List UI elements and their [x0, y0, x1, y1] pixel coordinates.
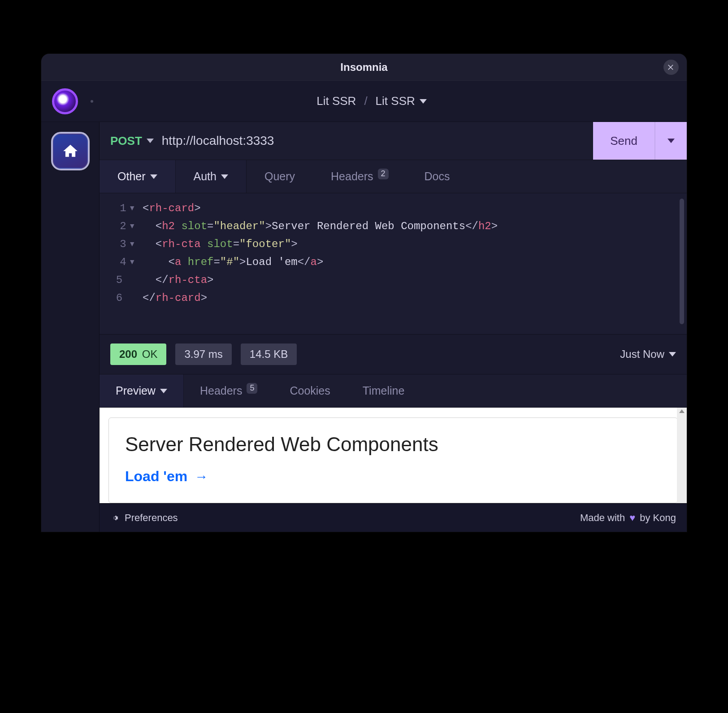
made-with-post: by Kong [640, 512, 676, 524]
close-icon [667, 63, 675, 71]
preview-cta-link[interactable]: Load 'em → [125, 468, 208, 485]
chevron-down-icon [221, 174, 228, 179]
home-icon [62, 143, 79, 160]
app-window: Insomnia Lit SSR / Lit SSR [41, 54, 687, 532]
breadcrumb-collection-label: Lit SSR [376, 94, 415, 108]
scroll-up-icon [679, 409, 685, 413]
tab-query[interactable]: Query [247, 160, 313, 193]
tab-response-headers-label: Headers [200, 384, 243, 397]
tab-query-label: Query [264, 170, 295, 183]
status-text: OK [142, 348, 158, 360]
breadcrumb-row: Lit SSR / Lit SSR [41, 81, 687, 122]
preview-cta-label: Load 'em [125, 468, 187, 485]
left-rail [41, 122, 100, 532]
chevron-down-icon [420, 99, 427, 104]
status-code: 200 [119, 348, 137, 360]
send-button-group: Send [593, 122, 687, 160]
breadcrumb-separator: / [364, 94, 367, 108]
url-input[interactable]: http://localhost:3333 [162, 134, 274, 148]
response-preview: Server Rendered Web Components Load 'em … [100, 408, 687, 503]
tab-auth[interactable]: Auth [176, 160, 247, 193]
heart-icon: ♥ [629, 512, 635, 524]
tab-response-headers[interactable]: Headers 5 [184, 374, 274, 407]
request-body-editor[interactable]: 1▾2▾3▾4▾5 6 <rh-card> <h2 slot="header">… [100, 193, 687, 334]
tab-body-label: Other [117, 170, 146, 183]
request-url-row: POST http://localhost:3333 Send [100, 122, 687, 160]
workspace-indicator-icon [91, 100, 93, 103]
arrow-right-icon: → [195, 469, 208, 484]
made-with-pre: Made with [580, 512, 625, 524]
preview-heading: Server Rendered Web Components [125, 433, 661, 456]
close-button[interactable] [663, 60, 679, 75]
tab-cookies-label: Cookies [290, 384, 330, 397]
response-time: 3.97 ms [175, 343, 231, 365]
breadcrumb: Lit SSR / Lit SSR [106, 94, 637, 108]
preview-card: Server Rendered Web Components Load 'em … [108, 417, 678, 503]
preferences-label: Preferences [125, 512, 178, 524]
response-tabs: Preview Headers 5 Cookies Timeline [100, 374, 687, 408]
made-with-label: Made with ♥ by Kong [580, 512, 676, 524]
home-button[interactable] [53, 134, 88, 169]
tab-headers[interactable]: Headers 2 [313, 160, 407, 193]
chevron-down-icon [160, 389, 167, 393]
response-history-dropdown[interactable]: Just Now [620, 348, 676, 361]
headers-count-badge: 2 [378, 169, 389, 179]
tab-auth-label: Auth [194, 170, 217, 183]
app-logo-icon [52, 88, 78, 114]
http-method-dropdown[interactable]: POST [110, 134, 154, 148]
preview-scrollbar[interactable] [677, 408, 687, 503]
tab-body[interactable]: Other [100, 160, 176, 193]
send-button[interactable]: Send [593, 122, 655, 160]
send-options-dropdown[interactable] [655, 122, 687, 160]
tab-docs[interactable]: Docs [407, 160, 468, 193]
response-status-row: 200 OK 3.97 ms 14.5 KB Just Now [100, 334, 687, 374]
preferences-button[interactable]: Preferences [110, 512, 178, 524]
window-title: Insomnia [340, 61, 387, 74]
breadcrumb-workspace[interactable]: Lit SSR [316, 94, 356, 108]
tab-headers-label: Headers [331, 170, 373, 183]
response-headers-count-badge: 5 [247, 383, 257, 394]
tab-timeline[interactable]: Timeline [347, 374, 421, 407]
editor-code[interactable]: <rh-card> <h2 slot="header">Server Rende… [140, 200, 687, 307]
response-history-label: Just Now [620, 348, 664, 361]
tab-docs-label: Docs [425, 170, 450, 183]
status-bar: Preferences Made with ♥ by Kong [100, 503, 687, 532]
chevron-down-icon [667, 139, 675, 143]
chevron-down-icon [147, 139, 154, 143]
titlebar: Insomnia [41, 54, 687, 81]
send-button-label: Send [610, 134, 637, 148]
gear-icon [110, 513, 119, 522]
tab-preview-label: Preview [116, 384, 156, 397]
tab-timeline-label: Timeline [363, 384, 405, 397]
tab-preview[interactable]: Preview [100, 374, 184, 407]
editor-scrollbar[interactable] [680, 199, 684, 324]
response-size: 14.5 KB [241, 343, 297, 365]
breadcrumb-workspace-label: Lit SSR [316, 94, 356, 108]
http-method-label: POST [110, 134, 142, 148]
chevron-down-icon [669, 352, 676, 356]
main-panel: POST http://localhost:3333 Send [100, 122, 687, 532]
chevron-down-icon [150, 174, 157, 179]
breadcrumb-collection[interactable]: Lit SSR [376, 94, 427, 108]
editor-gutter: 1▾2▾3▾4▾5 6 [100, 200, 140, 307]
status-badge: 200 OK [110, 343, 166, 365]
tab-cookies[interactable]: Cookies [273, 374, 346, 407]
request-tabs: Other Auth Query Headers 2 [100, 160, 687, 193]
